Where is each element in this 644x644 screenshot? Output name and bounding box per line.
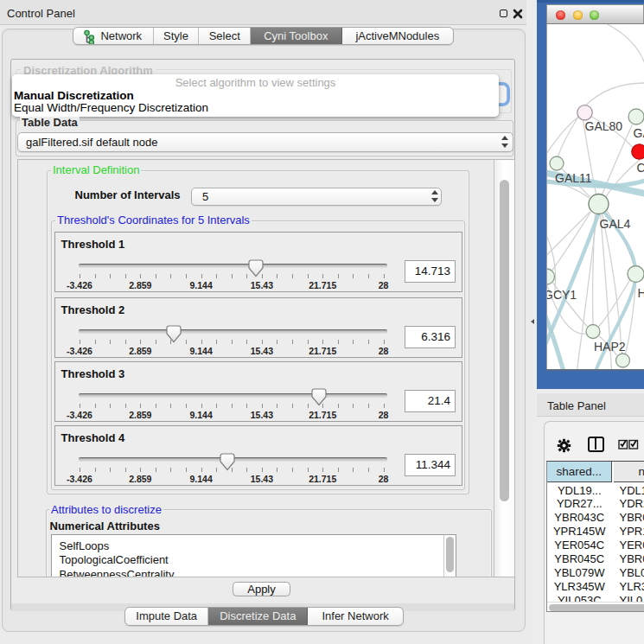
svg-text:GCY1: GCY1 [547, 288, 577, 302]
svg-text:GAL80: GAL80 [584, 119, 622, 133]
svg-text:CD: CD [636, 161, 644, 175]
svg-text:H: H [637, 286, 644, 300]
svg-text:HAP2: HAP2 [594, 340, 626, 354]
svg-text:GAL11: GAL11 [555, 171, 592, 185]
svg-text:GA: GA [633, 126, 644, 140]
svg-text:GAL4: GAL4 [599, 217, 630, 231]
